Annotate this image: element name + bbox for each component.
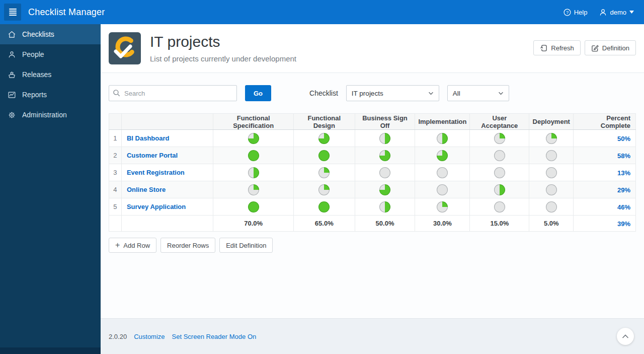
main-region: IT projects List of projects currently u… (101, 24, 644, 354)
user-menu[interactable]: demo (599, 9, 634, 16)
stage-progress-pie-fill (380, 168, 390, 178)
add-row-button[interactable]: + Add Row (109, 238, 156, 253)
hamburger-icon (9, 9, 17, 10)
stage-summary-value: 30.0% (415, 216, 470, 232)
app-title: Checklist Manager (28, 7, 105, 18)
stage-progress-pie (318, 184, 330, 195)
stage-summary-value: 70.0% (213, 216, 294, 232)
status-select-value: All (453, 90, 460, 97)
row-number: 3 (109, 164, 122, 181)
stage-progress-pie-fill (380, 151, 390, 161)
stage-progress-pie-fill (319, 151, 329, 161)
menu-toggle-button[interactable] (4, 4, 21, 21)
user-icon (599, 9, 607, 16)
stage-progress-pie (437, 167, 448, 178)
stage-summary-value: 15.0% (470, 216, 529, 232)
stage-progress-pie (379, 167, 390, 178)
stage-progress-pie (546, 150, 557, 161)
stage-progress-pie (494, 150, 505, 161)
chevron-down-icon (428, 92, 434, 95)
project-link-customer-portal[interactable]: Customer Portal (122, 152, 213, 159)
stage-progress-pie-fill (495, 151, 505, 161)
status-select[interactable]: All (447, 85, 509, 101)
stage-progress-pie-fill (319, 168, 329, 178)
add-row-label: Add Row (123, 242, 150, 249)
stage-progress-pie (379, 150, 390, 161)
definition-button[interactable]: Definition (585, 40, 636, 55)
checklist-app-icon (109, 32, 141, 64)
sidebar-item-label: Administration (22, 111, 67, 119)
page-title: IT projects (150, 33, 296, 51)
project-link-online-store[interactable]: Online Store (122, 186, 213, 193)
stage-progress-pie-fill (249, 168, 259, 178)
filter-bar: Go Checklist IT projects All (109, 85, 636, 101)
stage-progress-pie-fill (380, 185, 390, 195)
screen-reader-link[interactable]: Set Screen Reader Mode On (172, 333, 257, 340)
stage-progress-pie (248, 133, 259, 144)
reorder-rows-button[interactable]: Reorder Rows (160, 238, 215, 253)
customize-link[interactable]: Customize (134, 333, 165, 340)
table-row: 1BI Dashboard50% (109, 130, 636, 147)
stage-progress-pie (318, 133, 330, 144)
checklist-select[interactable]: IT projects (346, 85, 439, 101)
sidebar-item-administration[interactable]: Administration (0, 105, 101, 125)
top-bar: Checklist Manager ? Help demo (0, 0, 644, 24)
row-number: 4 (109, 181, 122, 198)
stage-progress-pie-fill (437, 133, 447, 144)
checklist-select-value: IT projects (352, 90, 383, 97)
refresh-button[interactable]: Refresh (533, 40, 581, 55)
stage-progress-pie (437, 184, 448, 195)
sidebar-footer (0, 347, 101, 354)
help-label: Help (574, 9, 588, 16)
stage-column-header: Business Sign Off (355, 114, 415, 130)
stage-progress-pie-fill (249, 151, 259, 161)
stage-progress-pie (248, 150, 259, 161)
stage-progress-pie-fill (249, 185, 259, 195)
stage-progress-pie-fill (437, 168, 447, 178)
stage-progress-pie-fill (319, 133, 329, 144)
page-footer: 2.0.20 Customize Set Screen Reader Mode … (101, 318, 644, 354)
project-link-bi-dashboard[interactable]: BI Dashboard (122, 134, 213, 142)
percent-complete-value: 29% (617, 186, 630, 194)
stage-progress-pie (546, 201, 557, 213)
page-subtitle: List of projects currently under develop… (150, 54, 296, 63)
edit-icon (591, 44, 599, 52)
stage-progress-pie-fill (495, 185, 505, 195)
help-icon: ? (564, 9, 571, 16)
stage-column-header: Functional Design (293, 114, 355, 130)
stage-progress-pie-fill (495, 202, 505, 212)
sidebar-item-label: Releases (22, 70, 51, 79)
stage-progress-pie-fill (319, 202, 329, 212)
scroll-top-button[interactable] (617, 328, 634, 345)
project-link-event-registration[interactable]: Event Registration (122, 169, 213, 176)
percent-complete-value: 50% (617, 135, 630, 143)
project-link-survey-application[interactable]: Survey Application (122, 203, 213, 210)
stage-progress-pie-fill (437, 202, 447, 212)
go-button[interactable]: Go (245, 85, 271, 101)
search-input[interactable] (109, 85, 237, 101)
stage-progress-pie (248, 167, 259, 178)
stage-progress-pie-fill (437, 151, 447, 161)
table-row: 5Survey Application46% (109, 198, 636, 216)
user-label: demo (610, 9, 626, 16)
help-menu[interactable]: ? Help (564, 9, 588, 16)
stage-progress-pie (379, 133, 390, 144)
stage-progress-pie (379, 201, 390, 213)
sidebar-item-releases[interactable]: Releases (0, 64, 101, 85)
sidebar-item-reports[interactable]: Reports (0, 85, 101, 105)
stage-progress-pie-fill (546, 151, 556, 161)
percent-complete-value: 46% (617, 203, 630, 211)
stage-summary-value: 50.0% (355, 216, 415, 232)
sidebar: ChecklistsPeopleReleasesReportsAdministr… (0, 24, 101, 354)
chevron-up-icon (622, 334, 629, 339)
person-icon (7, 50, 16, 59)
stage-progress-pie-fill (380, 133, 390, 144)
percent-complete-value: 13% (617, 169, 630, 177)
row-number: 5 (109, 198, 122, 216)
edit-definition-button[interactable]: Edit Definition (219, 238, 273, 253)
sidebar-item-people[interactable]: People (0, 44, 101, 64)
stage-progress-pie (546, 184, 557, 195)
sidebar-item-checklists[interactable]: Checklists (0, 24, 101, 44)
definition-label: Definition (602, 44, 629, 52)
refresh-icon (540, 44, 547, 52)
